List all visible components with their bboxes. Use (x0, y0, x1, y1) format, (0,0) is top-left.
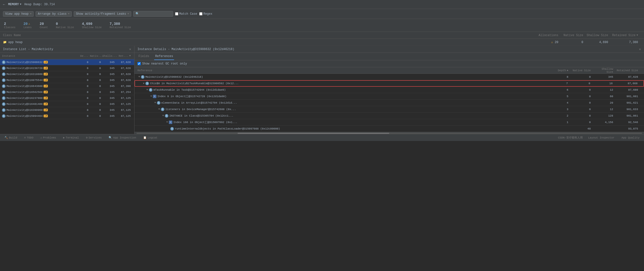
rr-depth: 4 (551, 102, 571, 104)
info-icon: i (2, 114, 6, 118)
ref-scrollbar-thumb[interactable] (238, 133, 389, 134)
left-panel: Instance List - MainActivity ✕ Instance … (0, 46, 134, 134)
ref-text: Index 9 in Object[]@315742728 (0x12d1da0… (158, 95, 226, 98)
instance-sort-arrow: ▼ (129, 54, 131, 57)
regex-label: Regex (204, 12, 212, 16)
search-input[interactable] (140, 12, 170, 16)
instance-row[interactable]: i MainActivity@316156720 ⚠× 8 0 345 87,6… (0, 65, 134, 71)
rr-retained: 87,628 (616, 76, 641, 78)
th-shallow-size[interactable]: Shallow Size (586, 34, 611, 37)
app-inspection-icon: 🔍 (108, 136, 112, 139)
warning-badge: ⚠× (44, 108, 48, 111)
instance-row[interactable]: i MainActivity@316075544 ⚠× 8 0 345 87,6… (0, 77, 134, 83)
rr-ref: ▼ i elementData in ArrayList@315742704 (… (138, 101, 551, 104)
memory-dropdown-arrow[interactable]: ▼ (20, 3, 22, 6)
bottom-tab-todo[interactable]: ≡ TODO (23, 134, 35, 141)
instance-name-text: MainActivity@315994464 (6, 114, 42, 118)
th-retained-size[interactable]: Retained Size ▼ (611, 34, 641, 37)
instance-row[interactable]: i MainActivity@315994464 ⚠× 8 0 345 87,1… (0, 113, 134, 119)
view-app-heap-dropdown[interactable]: View app heap ▼ (3, 11, 34, 17)
bottom-tab-layout-inspector[interactable]: Layout Inspector (587, 136, 616, 139)
split-area: Instance List - MainActivity ✕ Instance … (0, 46, 644, 134)
th-native-size[interactable]: Native Size (561, 34, 586, 37)
show-leaks-arrow: ▼ (128, 13, 129, 15)
warning-badge: ⚠× (44, 67, 48, 70)
ref-row[interactable]: ▼ i this$0 in MainActivity$1TaskRunable@… (134, 80, 644, 87)
ref-row[interactable]: ▼ ≡ Index 9 in Object[]@315742728 (0x12d… (134, 93, 644, 100)
problems-icon: ⚠ (40, 136, 42, 139)
expand-arrow[interactable]: ▼ (158, 108, 160, 110)
warning-badge: ⚠× (44, 79, 48, 82)
expand-arrow[interactable]: ▼ (138, 76, 140, 78)
ir-shallow: 345 (102, 61, 116, 64)
app-heap-alloc: ⚠ 20 (536, 40, 561, 44)
arrange-by-class-dropdown[interactable]: Arrange by class ▼ (36, 11, 72, 17)
app-heap-row[interactable]: 📁 app heap ⚠ 20 0 4,690 7,380 (0, 39, 644, 46)
leaks-value: 20 ⚠ (24, 22, 30, 26)
expand-arrow[interactable]: ▼ (166, 121, 168, 124)
native-size-label: Native Size (56, 26, 74, 29)
ref-scrollbar-area[interactable] (134, 132, 644, 134)
tab-references[interactable]: References (154, 53, 174, 60)
shallow-size-value: 4,690 (82, 22, 92, 26)
instance-row[interactable]: i MainActivity@316562568 ⚠× 8 0 345 87,2… (0, 89, 134, 95)
ref-row[interactable]: ▼ ≡ Index 166 in Object[]@315097092 (0x1… (134, 119, 644, 126)
ref-text: mTaskRunnable in Task@315742944 (0x12d1d… (154, 88, 226, 92)
expand-arrow[interactable]: ▼ (143, 82, 144, 85)
bottom-tab-app-quality[interactable]: App Quality (620, 136, 641, 139)
ir-name: i MainActivity@316318880 ⚠× (2, 72, 80, 76)
expand-arrow[interactable]: ▼ (162, 114, 164, 117)
expand-arrow[interactable]: ▼ (146, 88, 148, 91)
ref-row[interactable]: ▼ i MainActivity@315908632 (0x12d46218) … (134, 74, 644, 80)
ref-row[interactable]: ▼ i mTaskRunnable in Task@315742944 (0x1… (134, 87, 644, 93)
rr-shallow: 345 (594, 76, 616, 78)
ref-row[interactable]: ▼ i elementData in ArrayList@315742704 (… (134, 100, 644, 106)
ir-retained: 87,125 (116, 108, 132, 112)
instance-row[interactable]: i MainActivity@316237800 ⚠× 8 0 345 87,1… (0, 95, 134, 101)
ir-name: i MainActivity@316562568 ⚠× (2, 90, 80, 94)
show-leaks-dropdown[interactable]: Show activity/fragment Leaks ▼ (74, 11, 131, 17)
ir-shallow: 345 (102, 114, 116, 118)
bottom-tab-build[interactable]: 🔨 Build (3, 134, 19, 141)
expand-arrow[interactable]: ▼ (154, 102, 156, 104)
bottom-tab-logcat[interactable]: 📋 Logcat (142, 134, 159, 141)
rr-native: 0 (571, 76, 594, 78)
th-class-name: Class Name (3, 34, 536, 37)
instance-details-close-button[interactable]: ✕ (639, 47, 641, 51)
retained-size-label: Retained Size (110, 26, 131, 29)
tab-fields[interactable]: Fields (138, 53, 150, 60)
rth-shallow: Shallow Size (594, 68, 616, 74)
rth-depth[interactable]: Depth ▲ (551, 69, 571, 72)
info-icon: i (161, 108, 164, 111)
bottom-tab-terminal[interactable]: ▶ Terminal (62, 134, 80, 141)
ref-row[interactable]: ▼ i INSTANCE in Class@315365784 (0x12cc1… (134, 112, 644, 119)
instance-row[interactable]: i MainActivity@315908632 ⚠× 8 0 345 87,6… (0, 59, 134, 65)
ir-native: 0 (90, 91, 102, 94)
bottom-tab-services[interactable]: ⚙ Services (84, 134, 103, 141)
back-button[interactable]: ← (3, 2, 5, 6)
instance-row[interactable]: i MainActivity@316318880 ⚠× 8 0 345 87,6… (0, 71, 134, 77)
bottom-tab-app-inspection[interactable]: 🔍 App Inspection (107, 134, 138, 141)
bottom-right: CSDN·安仔都有人用 Layout Inspector App Quality (558, 136, 641, 140)
instance-row[interactable]: i MainActivity@316481488 ⚠× 8 0 345 87,1… (0, 101, 134, 107)
ir-name: i MainActivity@316156720 ⚠× (2, 66, 80, 70)
expand-arrow[interactable]: ▼ (150, 95, 152, 98)
rr-native: 0 (571, 108, 594, 111)
instance-list-close-button[interactable]: ✕ (129, 47, 131, 51)
ref-scrollbar-track[interactable] (136, 133, 642, 134)
instance-row[interactable]: i MainActivity@316643600 ⚠× 8 0 345 87,3… (0, 83, 134, 89)
ir-depth: 8 (80, 97, 90, 100)
rr-depth: 1 (551, 121, 571, 124)
instance-row[interactable]: i MainActivity@316399960 ⚠× 8 0 345 87,1… (0, 107, 134, 113)
show-gc-checkbox[interactable] (138, 62, 141, 65)
ir-depth: 8 (80, 108, 90, 112)
regex-checkbox[interactable] (199, 12, 202, 16)
th-allocations[interactable]: Allocations (536, 34, 561, 37)
folder-icon: 📁 (3, 40, 7, 44)
match-case-checkbox[interactable] (175, 12, 178, 16)
ref-row[interactable]: i runtimeInternalObjects in PathClassLoa… (134, 126, 644, 132)
stats-bar: 2 Classes 20 ⚠ Leaks 20 Count 0 Native S… (0, 19, 644, 32)
ref-row[interactable]: ▼ i listeners in DeviceManager@315742688… (134, 106, 644, 112)
ith-retained: Ret... ▼ (116, 54, 132, 58)
bottom-tab-problems[interactable]: ⚠ Problems (39, 134, 58, 141)
